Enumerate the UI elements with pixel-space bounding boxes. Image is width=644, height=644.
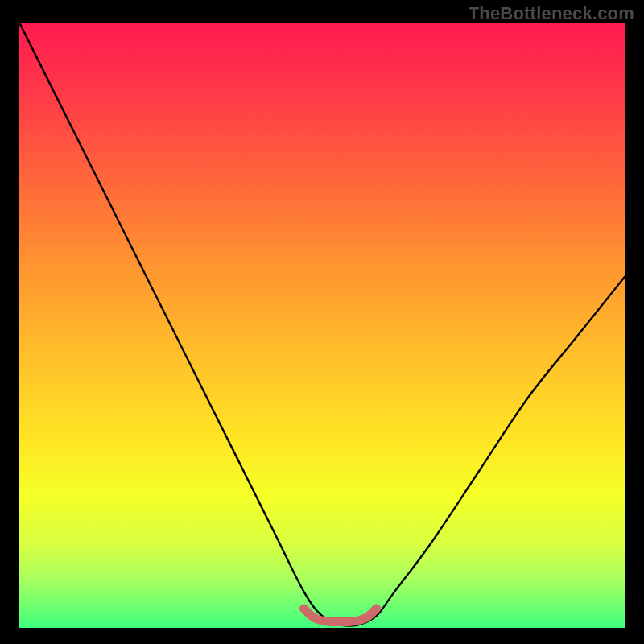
watermark-text: TheBottleneck.com [469, 3, 634, 24]
plot-area [19, 23, 625, 628]
bottleneck-curve [19, 23, 625, 626]
sweet-spot-marker [303, 609, 376, 622]
chart-frame: TheBottleneck.com [0, 0, 644, 644]
curve-layer [19, 23, 625, 628]
